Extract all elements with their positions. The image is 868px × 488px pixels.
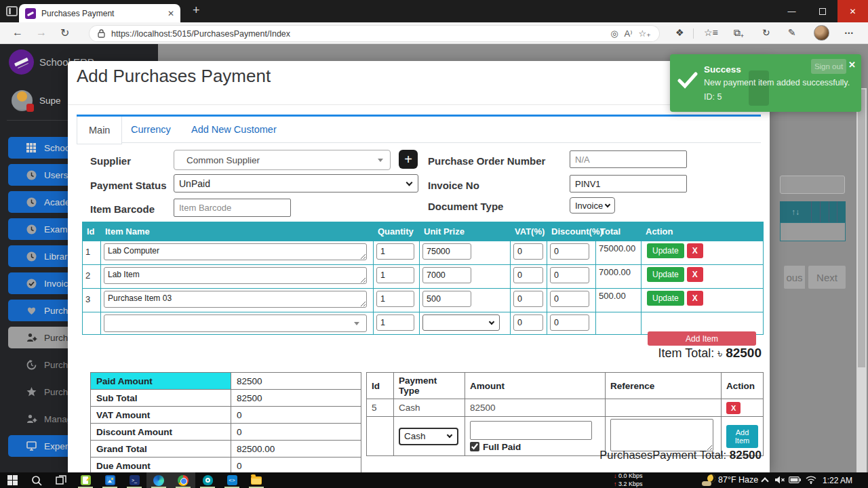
geolocation-icon[interactable]: ◎ [610,28,618,39]
tab-close-icon[interactable]: ✕ [167,9,174,18]
extensions-icon[interactable]: ❖ [675,27,684,38]
remove-row-button[interactable]: X [687,267,703,282]
add-supplier-button[interactable]: + [399,150,418,169]
browser-tab[interactable]: Purchases Payment ✕ [19,4,180,22]
read-aloud-icon[interactable]: A⁾ [625,28,633,39]
payment-amount: 82500 [465,399,606,417]
vat-input[interactable] [513,243,543,260]
search-icon[interactable] [24,472,49,488]
task-view-icon[interactable] [49,472,73,488]
volume-muted-icon[interactable] [774,475,785,485]
vat-input[interactable] [513,291,543,307]
quantity-input[interactable] [376,314,414,331]
update-button[interactable]: Update [647,291,684,306]
chrome-browser-icon[interactable] [171,472,195,488]
item-barcode-input[interactable] [174,199,291,217]
favorites-bar-icon[interactable]: ☆≡ [704,27,718,38]
edge-browser-icon[interactable] [146,472,171,488]
taskbar-clock[interactable]: 1:22 AM [823,476,852,485]
weather-text[interactable]: 87°F Haze [718,475,758,485]
discount-input[interactable] [550,267,589,283]
close-button[interactable]: ✕ [837,0,868,22]
sidebar-item-label: Users [44,170,68,180]
unit-prize-input[interactable] [422,267,471,283]
pagination-previous-button[interactable]: ous [784,266,805,289]
unit-prize-select[interactable] [422,314,500,331]
add-favorite-icon[interactable]: ☆₊ [638,28,651,39]
col-id: Id [83,222,101,241]
photos-app-icon[interactable] [98,472,122,488]
powershell-icon[interactable]: >_ [122,472,146,488]
remove-payment-button[interactable]: X [726,402,741,414]
file-explorer-icon[interactable] [244,472,269,488]
notepad-plus-plus-icon[interactable] [73,472,98,488]
payment-amount-input[interactable] [470,421,592,440]
minimize-button[interactable]: — [776,0,807,22]
remove-row-button[interactable]: X [687,291,703,306]
document-type-select[interactable]: Invoice [570,197,615,214]
upload-arrow-icon: ↑ [614,481,617,487]
vat-input[interactable] [513,314,543,331]
discount-input[interactable] [550,243,589,260]
download-arrow-icon: ↓ [614,472,617,479]
browser-essentials-icon[interactable]: ✎ [788,27,796,38]
sidebar-item-label: Purch [44,360,68,370]
settings-menu-icon[interactable]: ⋯ [844,27,854,38]
add-payment-button[interactable]: Add Item [726,425,758,448]
tray-expand-icon[interactable] [761,477,768,485]
refresh-icon[interactable]: ↻ [60,26,69,39]
profile-avatar[interactable] [814,25,829,41]
payment-type-select[interactable]: Cash [399,428,458,445]
new-item-select[interactable] [104,314,367,332]
payment-status-select[interactable]: UnPaid [174,174,418,192]
tab-add-new-customer[interactable]: Add New Customer [191,124,277,135]
remove-row-button[interactable]: X [687,243,703,258]
purchase-order-number-input[interactable] [570,150,687,168]
discount-input[interactable] [550,314,589,331]
discount-input[interactable] [550,291,589,307]
item-total-value: 82500 [726,346,762,360]
history-icon[interactable]: ↻ [762,27,770,38]
item-total: Item Total: ৳ 82500 [658,346,762,361]
unit-prize-input[interactable] [422,243,471,260]
url-field[interactable]: https://localhost:5015/PurchasesPayment/… [90,26,659,41]
item-name-input[interactable] [104,291,367,308]
quantity-input[interactable] [376,291,414,307]
maximize-button[interactable] [807,0,837,22]
item-name-input[interactable] [104,267,367,284]
new-tab-button[interactable]: + [193,3,200,18]
tab-search-icon[interactable] [6,6,18,16]
item-name-input[interactable] [104,243,367,260]
wifi-icon[interactable] [806,475,816,484]
table-row: VAT Amount0 [91,407,361,424]
toast-close-icon[interactable]: ✕ [848,60,856,70]
services-app-icon[interactable] [195,472,220,488]
unit-prize-input[interactable] [422,291,471,307]
update-button[interactable]: Update [647,243,684,258]
battery-icon[interactable] [789,476,801,483]
invoice-no-input[interactable] [570,175,687,192]
quantity-input[interactable] [376,267,414,283]
vscode-icon[interactable]: <> [220,472,244,488]
sign-out-button[interactable]: Sign out [811,59,846,74]
weather-icon[interactable] [702,474,715,486]
success-toast[interactable]: Sign out ✕ Success New payment item adde… [670,54,861,112]
tab-main[interactable]: Main [77,117,122,144]
start-button[interactable] [0,472,24,488]
update-button[interactable]: Update [647,267,684,282]
reference-textarea[interactable] [610,419,713,451]
supplier-select[interactable]: Common Supplier [174,150,391,170]
paid-amount-label: Paid Amount [91,373,231,390]
full-paid-checkbox[interactable] [470,442,479,451]
forward-icon[interactable]: → [36,26,47,39]
add-item-button[interactable]: Add Item [648,331,756,346]
quantity-input[interactable] [376,243,414,260]
tab-currency[interactable]: Currency [131,124,171,135]
scrollbar-thumb[interactable] [858,89,865,367]
collections-icon[interactable]: ⧉₊ [734,27,744,39]
pagination-next-button[interactable]: Next [808,266,846,289]
table-row: Grand Total82500.00 [91,441,361,458]
background-table-header: ↑↓ [780,201,846,222]
vat-input[interactable] [513,267,543,283]
back-icon[interactable]: ← [12,26,23,39]
